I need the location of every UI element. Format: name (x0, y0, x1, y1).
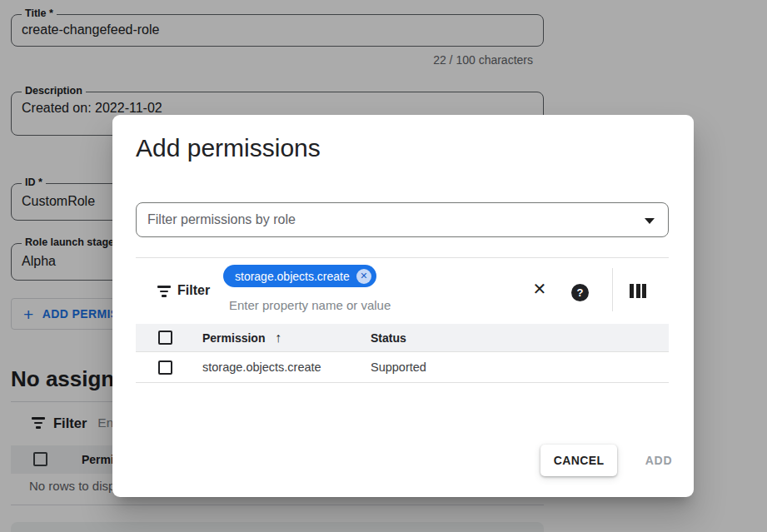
divider (612, 268, 613, 311)
permissions-table-header: Permission ↑ Status (136, 324, 669, 352)
status-column-header[interactable]: Status (371, 324, 406, 352)
add-button[interactable]: ADD (632, 445, 685, 476)
help-icon[interactable]: ? (571, 284, 589, 301)
remove-chip-icon[interactable]: ✕ (356, 269, 371, 284)
select-all-checkbox[interactable] (158, 331, 172, 345)
filter-chip[interactable]: storage.objects.create ✕ (223, 265, 376, 287)
add-permissions-dialog: Add permissions Filter permissions by ro… (112, 115, 694, 497)
filter-by-role-select[interactable]: Filter permissions by role (136, 202, 669, 237)
permission-column-header[interactable]: Permission (202, 324, 265, 352)
filter-chip-text: storage.objects.create (235, 270, 350, 283)
filter-input[interactable]: Enter property name or value (229, 298, 391, 312)
divider (136, 257, 669, 258)
clear-filters-icon[interactable]: ✕ (529, 280, 550, 298)
table-row[interactable]: storage.objects.create Supported (136, 353, 669, 383)
filter-icon (157, 286, 171, 297)
help-glyph: ? (577, 286, 584, 299)
chevron-down-icon (645, 218, 655, 224)
sort-ascending-icon[interactable]: ↑ (275, 324, 281, 351)
row-checkbox[interactable] (158, 360, 172, 375)
create-role-screen: Title * create-changefeed-role 22 / 100 … (0, 0, 767, 532)
dialog-title: Add permissions (136, 134, 321, 162)
status-cell: Supported (371, 353, 426, 382)
cancel-button[interactable]: CANCEL (540, 445, 617, 476)
filter-label: Filter (177, 283, 210, 298)
permission-cell: storage.objects.create (202, 353, 321, 382)
filter-by-role-placeholder: Filter permissions by role (147, 203, 296, 236)
column-display-options-icon[interactable] (630, 284, 646, 298)
